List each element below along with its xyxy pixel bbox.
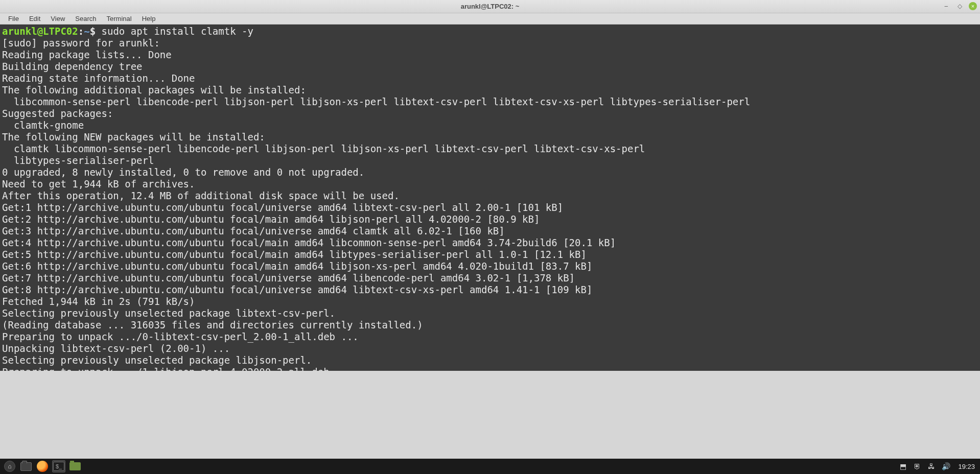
taskbar-clock[interactable]: 19:23 bbox=[956, 463, 977, 470]
terminal-icon: $_ bbox=[53, 462, 64, 471]
terminal-line: clamtk-gnome bbox=[2, 120, 84, 131]
close-button[interactable]: × bbox=[969, 2, 977, 10]
terminal-line: Preparing to unpack .../0-libtext-csv-pe… bbox=[2, 331, 359, 342]
show-desktop-button[interactable] bbox=[19, 460, 33, 472]
terminal-line: Preparing to unpack .../1-libjson-perl_4… bbox=[2, 366, 353, 371]
terminal-line: Selecting previously unselected package … bbox=[2, 307, 335, 319]
terminal-line: Get:6 http://archive.ubuntu.com/ubuntu f… bbox=[2, 260, 592, 272]
prompt-path: ~ bbox=[84, 26, 89, 37]
shield-tray-icon[interactable]: ⛨ bbox=[913, 462, 921, 470]
terminal-line: Get:5 http://archive.ubuntu.com/ubuntu f… bbox=[2, 249, 587, 260]
terminal-line: After this operation, 12.4 MB of additio… bbox=[2, 190, 400, 201]
terminal-line: clamtk libcommon-sense-perl libencode-pe… bbox=[2, 143, 645, 154]
firefox-icon bbox=[37, 461, 48, 472]
menu-search[interactable]: Search bbox=[70, 14, 101, 23]
terminal-line: Get:8 http://archive.ubuntu.com/ubuntu f… bbox=[2, 284, 592, 295]
terminal-launcher[interactable]: $_ bbox=[52, 460, 65, 472]
menubar: File Edit View Search Terminal Help bbox=[0, 13, 980, 25]
terminal-line: The following additional packages will b… bbox=[2, 84, 306, 96]
desktop-icon bbox=[20, 462, 32, 471]
folder-icon bbox=[69, 462, 81, 470]
menu-help[interactable]: Help bbox=[137, 14, 161, 23]
titlebar: arunkl@LTPC02: ~ ‒ ◇ × bbox=[0, 0, 980, 13]
prompt-sigil: $ bbox=[90, 26, 102, 37]
minimize-button[interactable]: ‒ bbox=[942, 2, 950, 10]
terminal-line: Need to get 1,944 kB of archives. bbox=[2, 178, 195, 189]
mint-logo-icon: ⌂ bbox=[4, 461, 15, 472]
terminal-line: (Reading database ... 316035 files and d… bbox=[2, 319, 423, 330]
terminal-line: Reading package lists... Done bbox=[2, 49, 172, 60]
terminal-line: Building dependency tree bbox=[2, 61, 183, 72]
menu-terminal[interactable]: Terminal bbox=[102, 14, 137, 23]
terminal-line: The following NEW packages will be insta… bbox=[2, 131, 265, 143]
terminal-line: libcommon-sense-perl libencode-perl libj… bbox=[2, 96, 750, 107]
terminal-line: Get:4 http://archive.ubuntu.com/ubuntu f… bbox=[2, 237, 616, 248]
terminal-line: Reading state information... Done bbox=[2, 73, 195, 84]
menu-edit[interactable]: Edit bbox=[24, 14, 45, 23]
maximize-button[interactable]: ◇ bbox=[955, 2, 964, 10]
command-text: sudo apt install clamtk -y bbox=[102, 26, 253, 37]
menu-view[interactable]: View bbox=[45, 14, 70, 23]
terminal-line: Get:1 http://archive.ubuntu.com/ubuntu f… bbox=[2, 202, 563, 213]
terminal-line: Get:3 http://archive.ubuntu.com/ubuntu f… bbox=[2, 225, 505, 236]
menu-file[interactable]: File bbox=[3, 14, 24, 23]
start-menu-button[interactable]: ⌂ bbox=[3, 460, 16, 472]
network-tray-icon[interactable]: 🖧 bbox=[927, 462, 936, 470]
terminal-line: Get:2 http://archive.ubuntu.com/ubuntu f… bbox=[2, 214, 540, 225]
terminal-line: Unpacking libtext-csv-perl (2.00-1) ... bbox=[2, 343, 230, 354]
prompt-userhost: arunkl@LTPC02 bbox=[2, 26, 78, 37]
terminal-line: Fetched 1,944 kB in 2s (791 kB/s) bbox=[2, 296, 236, 307]
terminal-viewport[interactable]: arunkl@LTPC02:~$ sudo apt install clamtk… bbox=[0, 25, 980, 371]
volume-tray-icon[interactable]: 🔊 bbox=[942, 462, 950, 470]
terminal-line: Suggested packages: bbox=[2, 108, 113, 119]
firefox-launcher[interactable] bbox=[36, 460, 49, 472]
window-controls: ‒ ◇ × bbox=[942, 2, 977, 10]
taskbar: ⌂ $_ ⬒ ⛨ 🖧 🔊 19:23 bbox=[0, 459, 980, 474]
terminal-line: libtypes-serialiser-perl bbox=[2, 155, 154, 166]
terminal-line: Selecting previously unselected package … bbox=[2, 354, 312, 366]
prompt-sep: : bbox=[78, 26, 84, 37]
window-title: arunkl@LTPC02: ~ bbox=[461, 3, 520, 10]
terminal-line: [sudo] password for arunkl: bbox=[2, 37, 166, 49]
update-manager-tray-icon[interactable]: ⬒ bbox=[899, 462, 907, 470]
terminal-line: Get:7 http://archive.ubuntu.com/ubuntu f… bbox=[2, 272, 575, 283]
terminal-line: 0 upgraded, 8 newly installed, 0 to remo… bbox=[2, 167, 364, 178]
file-manager-launcher[interactable] bbox=[68, 460, 82, 472]
